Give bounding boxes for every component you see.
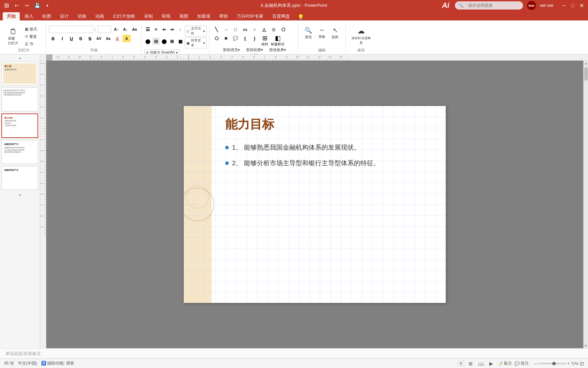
font-size-input[interactable]: [98, 26, 111, 33]
bold-button[interactable]: B: [49, 35, 57, 42]
pentagon-shape[interactable]: ⬠: [279, 26, 287, 33]
diamond-shape[interactable]: ◇: [270, 26, 278, 33]
lightbulb-icon[interactable]: 💡: [297, 14, 304, 20]
normal-view-button[interactable]: ⊟: [457, 361, 464, 366]
brace2-shape[interactable]: }: [250, 34, 259, 42]
search-input[interactable]: [466, 2, 517, 9]
reset-button[interactable]: ↺ 重置: [23, 33, 40, 40]
hexagon-shape[interactable]: ⬡: [212, 34, 220, 42]
clear-format-button[interactable]: Aa: [130, 26, 138, 33]
align-center-button[interactable]: ⊟: [152, 37, 160, 45]
redo-button[interactable]: ↪: [23, 2, 31, 9]
case-button[interactable]: Aa: [104, 35, 112, 42]
shadow-button[interactable]: S: [86, 35, 94, 42]
tab-slideshow[interactable]: 幻灯片放映: [109, 12, 139, 20]
scroll-down-button[interactable]: ▼: [1, 193, 38, 197]
align-left-button[interactable]: ⬤: [144, 37, 151, 45]
slide-thumb-5[interactable]: 5 金融机构的产生: [1, 166, 38, 190]
brace-shape[interactable]: {: [241, 34, 249, 42]
slide-thumb-1[interactable]: 1 第六章 金融机构体系: [1, 62, 38, 86]
effects-button[interactable]: 形状效果▾: [267, 47, 288, 53]
tab-animations[interactable]: 动画: [91, 12, 108, 20]
scroll-thumb[interactable]: [584, 67, 588, 81]
callout-shape[interactable]: 💬: [231, 34, 240, 42]
replace-button[interactable]: ↔ 替换: [316, 26, 328, 41]
presenter-view-button[interactable]: ▶: [487, 360, 495, 367]
quick-styles-button[interactable]: ◧ 快速样式: [271, 34, 284, 47]
slide-thumb-4[interactable]: 4 金融机构的产生 金融机构是各种各样的机构它们是各类金融业务的机构是指从事基本…: [1, 140, 38, 164]
ai-badge[interactable]: Ai: [441, 1, 451, 10]
tab-addins[interactable]: 加载项: [193, 12, 214, 20]
layout-button[interactable]: ▦ 版式·: [23, 26, 40, 32]
oval-shape[interactable]: ○: [250, 26, 259, 33]
rect-shape[interactable]: □: [231, 26, 240, 33]
slide-canvas-wrap[interactable]: 能力目标 1、 能够熟悉我国金融机构体系的发展现状。 2、 能够分析市场主导型和…: [46, 61, 583, 348]
decrease-font-button[interactable]: A↓: [121, 26, 130, 33]
reading-view-button[interactable]: 📖: [477, 360, 485, 367]
bullet-text-2[interactable]: 2、 能够分析市场主导型和银行主导型体系的特征。: [232, 159, 380, 168]
close-button[interactable]: ✕: [578, 2, 585, 9]
highlight-button[interactable]: A: [122, 35, 131, 42]
notes-button[interactable]: 📝 备注: [497, 361, 512, 366]
fill-button[interactable]: 形状填充▾: [221, 47, 242, 53]
arrange-button[interactable]: ⊞ 排列: [261, 34, 268, 47]
maximize-button[interactable]: □: [569, 2, 576, 9]
rounded-rect-shape[interactable]: ▭: [241, 26, 249, 33]
text-direction-button[interactable]: ⬡ 文字方向 ▾: [185, 26, 207, 36]
columns-button[interactable]: ▦: [177, 37, 184, 45]
scroll-up-btn[interactable]: ▲: [584, 61, 588, 66]
bullet-text-1[interactable]: 1、 能够熟悉我国金融机构体系的发展现状。: [232, 143, 360, 152]
section-button[interactable]: ☰ 节·: [23, 41, 40, 47]
slide-thumb-3[interactable]: 3 能力目标 金融机构的实体各自独立主要参与传统型: [1, 113, 38, 138]
star-shape[interactable]: ★: [222, 34, 230, 42]
scroll-up-button[interactable]: ▲: [1, 56, 38, 60]
justify-button[interactable]: ⊞: [168, 37, 176, 45]
strikethrough-button[interactable]: S: [77, 35, 85, 42]
slide-content-area[interactable]: 能力目标 1、 能够熟悉我国金融机构体系的发展现状。 2、 能够分析市场主导型和…: [212, 106, 446, 303]
select-button[interactable]: ↖ 选择·: [329, 26, 342, 41]
notes-area[interactable]: 单击此处添加备注: [0, 348, 588, 358]
tab-insert[interactable]: 插入: [20, 12, 37, 20]
tab-review[interactable]: 审阅: [158, 12, 175, 20]
line-shape[interactable]: ╲: [212, 26, 220, 33]
zoom-out-button[interactable]: ─: [534, 361, 537, 366]
tab-view[interactable]: 视图: [175, 12, 192, 20]
tab-help[interactable]: 帮助: [215, 12, 232, 20]
increase-indent-button[interactable]: ⇒: [168, 26, 176, 33]
scroll-track[interactable]: [584, 66, 588, 343]
zoom-thumb[interactable]: [552, 362, 556, 365]
underline-button[interactable]: U: [67, 35, 76, 42]
undo-button[interactable]: ↩: [13, 2, 20, 9]
tab-transitions[interactable]: 切换: [74, 12, 91, 20]
tab-baidu[interactable]: 百度网盘: [268, 12, 294, 20]
arrow-shape[interactable]: →: [222, 26, 230, 33]
zoom-in-button[interactable]: +: [567, 361, 570, 366]
font-color-button[interactable]: A: [113, 35, 121, 42]
comments-button[interactable]: 💬 批注: [514, 361, 529, 366]
triangle-shape[interactable]: △: [260, 26, 268, 33]
tab-record[interactable]: 录制: [140, 12, 157, 20]
tab-design[interactable]: 设计: [56, 12, 73, 20]
outline-button[interactable]: 形状轮廓▾: [244, 47, 265, 53]
scroll-down-btn[interactable]: ▼: [584, 343, 588, 348]
slide-thumb-2[interactable]: 2 金融机构的发展及其产业特点知识所属金融市场的组织形式了解金融机构体系的业务: [1, 88, 38, 111]
new-slide-button[interactable]: 🗒 新建幻灯片: [5, 27, 22, 47]
spacing-button[interactable]: AV: [95, 35, 103, 42]
zoom-slider[interactable]: [539, 363, 566, 364]
bullet-list-button[interactable]: ☰: [144, 26, 151, 33]
numbered-list-button[interactable]: ≡: [152, 26, 160, 33]
align-text-button[interactable]: ▣ 对齐文本 ▾: [185, 37, 207, 48]
minimize-button[interactable]: ─: [560, 2, 568, 9]
decrease-indent-button[interactable]: ⇐: [161, 26, 168, 33]
search-container[interactable]: 🔍: [455, 1, 523, 10]
align-right-button[interactable]: ⬤: [161, 37, 168, 45]
tab-wanxing[interactable]: 万兴PDF专家: [233, 12, 267, 20]
fit-button[interactable]: ⊡: [580, 361, 584, 366]
increase-font-button[interactable]: A↑: [112, 26, 120, 33]
save-quick-button[interactable]: 💾: [33, 2, 41, 9]
slide-title[interactable]: 能力目标: [225, 116, 432, 133]
vertical-scrollbar[interactable]: ▲ ▼: [583, 61, 588, 348]
font-name-input[interactable]: [49, 26, 93, 33]
tab-draw[interactable]: 绘图: [38, 12, 55, 20]
customize-qat-button[interactable]: ▼: [44, 2, 51, 9]
